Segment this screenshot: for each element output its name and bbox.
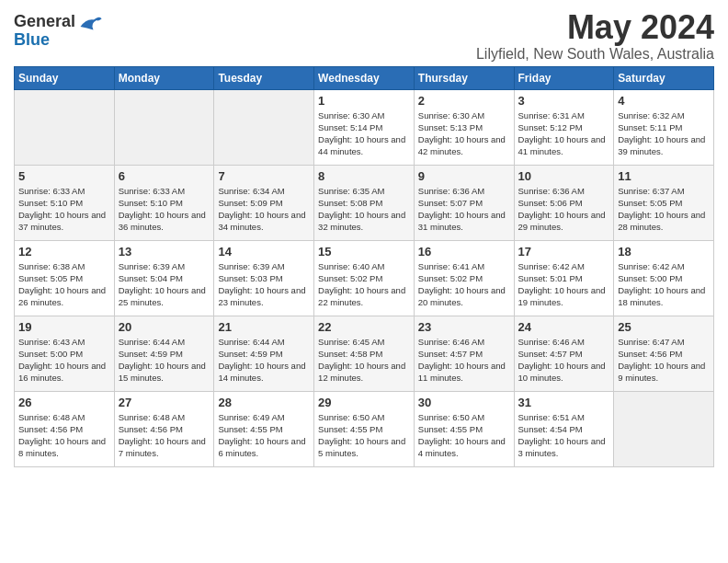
day-info: Sunrise: 6:34 AM Sunset: 5:09 PM Dayligh… (218, 185, 310, 234)
logo-general-text: General (14, 13, 75, 31)
day-cell: 2Sunrise: 6:30 AM Sunset: 5:13 PM Daylig… (414, 89, 514, 165)
day-cell: 25Sunrise: 6:47 AM Sunset: 4:56 PM Dayli… (614, 316, 714, 391)
day-info: Sunrise: 6:47 AM Sunset: 4:56 PM Dayligh… (618, 336, 710, 385)
day-cell: 26Sunrise: 6:48 AM Sunset: 4:56 PM Dayli… (15, 391, 115, 466)
logo-blue-text: Blue (14, 31, 75, 50)
day-number: 7 (218, 169, 310, 183)
day-cell: 31Sunrise: 6:51 AM Sunset: 4:54 PM Dayli… (514, 391, 614, 466)
day-cell: 19Sunrise: 6:43 AM Sunset: 5:00 PM Dayli… (15, 316, 115, 391)
day-number: 28 (218, 396, 310, 409)
day-info: Sunrise: 6:30 AM Sunset: 5:14 PM Dayligh… (318, 109, 410, 158)
day-cell (114, 89, 214, 165)
day-number: 31 (518, 396, 610, 409)
day-info: Sunrise: 6:48 AM Sunset: 4:56 PM Dayligh… (119, 411, 210, 460)
day-info: Sunrise: 6:33 AM Sunset: 5:10 PM Dayligh… (119, 185, 210, 234)
day-number: 2 (418, 94, 510, 108)
day-number: 25 (618, 320, 710, 334)
day-cell: 17Sunrise: 6:42 AM Sunset: 5:01 PM Dayli… (514, 240, 614, 316)
day-info: Sunrise: 6:44 AM Sunset: 4:59 PM Dayligh… (119, 336, 210, 385)
day-cell: 27Sunrise: 6:48 AM Sunset: 4:56 PM Dayli… (114, 391, 214, 466)
day-info: Sunrise: 6:30 AM Sunset: 5:13 PM Dayligh… (418, 109, 510, 158)
day-number: 11 (618, 169, 710, 183)
header-cell-sunday: Sunday (15, 66, 115, 89)
calendar-header: SundayMondayTuesdayWednesdayThursdayFrid… (15, 66, 714, 89)
header-cell-tuesday: Tuesday (214, 66, 314, 89)
page-header: General Blue May 2024 Lilyfield, New Sou… (14, 9, 714, 63)
day-number: 10 (518, 169, 610, 183)
day-info: Sunrise: 6:49 AM Sunset: 4:55 PM Dayligh… (218, 411, 310, 460)
day-number: 8 (318, 169, 410, 183)
day-info: Sunrise: 6:36 AM Sunset: 5:07 PM Dayligh… (418, 185, 510, 234)
logo: General Blue (14, 13, 103, 50)
header-row: SundayMondayTuesdayWednesdayThursdayFrid… (15, 66, 714, 89)
day-cell: 30Sunrise: 6:50 AM Sunset: 4:55 PM Dayli… (414, 391, 514, 466)
day-number: 16 (418, 245, 510, 259)
week-row-2: 5Sunrise: 6:33 AM Sunset: 5:10 PM Daylig… (15, 165, 714, 240)
day-cell (614, 391, 714, 466)
week-row-3: 12Sunrise: 6:38 AM Sunset: 5:05 PM Dayli… (15, 240, 714, 316)
logo-bird-icon (77, 14, 103, 40)
day-info: Sunrise: 6:31 AM Sunset: 5:12 PM Dayligh… (518, 109, 610, 158)
day-number: 21 (218, 320, 310, 334)
week-row-4: 19Sunrise: 6:43 AM Sunset: 5:00 PM Dayli… (15, 316, 714, 391)
day-info: Sunrise: 6:41 AM Sunset: 5:02 PM Dayligh… (418, 260, 510, 309)
day-info: Sunrise: 6:39 AM Sunset: 5:04 PM Dayligh… (119, 260, 210, 309)
day-cell: 15Sunrise: 6:40 AM Sunset: 5:02 PM Dayli… (314, 240, 415, 316)
day-cell: 24Sunrise: 6:46 AM Sunset: 4:57 PM Dayli… (514, 316, 614, 391)
day-number: 24 (518, 320, 610, 334)
day-cell: 3Sunrise: 6:31 AM Sunset: 5:12 PM Daylig… (514, 89, 614, 165)
day-cell: 29Sunrise: 6:50 AM Sunset: 4:55 PM Dayli… (314, 391, 415, 466)
day-cell: 14Sunrise: 6:39 AM Sunset: 5:03 PM Dayli… (214, 240, 314, 316)
day-info: Sunrise: 6:40 AM Sunset: 5:02 PM Dayligh… (318, 260, 410, 309)
calendar-table: SundayMondayTuesdayWednesdayThursdayFrid… (14, 66, 714, 467)
day-info: Sunrise: 6:46 AM Sunset: 4:57 PM Dayligh… (518, 336, 610, 385)
day-number: 9 (418, 169, 510, 183)
location-text: Lilyfield, New South Wales, Australia (476, 46, 714, 63)
header-cell-saturday: Saturday (614, 66, 714, 89)
day-info: Sunrise: 6:44 AM Sunset: 4:59 PM Dayligh… (218, 336, 310, 385)
day-info: Sunrise: 6:50 AM Sunset: 4:55 PM Dayligh… (318, 411, 410, 460)
week-row-5: 26Sunrise: 6:48 AM Sunset: 4:56 PM Dayli… (15, 391, 714, 466)
day-number: 29 (318, 396, 410, 409)
day-cell: 13Sunrise: 6:39 AM Sunset: 5:04 PM Dayli… (114, 240, 214, 316)
day-number: 13 (119, 245, 210, 259)
day-info: Sunrise: 6:32 AM Sunset: 5:11 PM Dayligh… (618, 109, 710, 158)
day-cell: 28Sunrise: 6:49 AM Sunset: 4:55 PM Dayli… (214, 391, 314, 466)
day-number: 15 (318, 245, 410, 259)
day-cell: 22Sunrise: 6:45 AM Sunset: 4:58 PM Dayli… (314, 316, 415, 391)
day-cell: 23Sunrise: 6:46 AM Sunset: 4:57 PM Dayli… (414, 316, 514, 391)
day-number: 5 (18, 169, 110, 183)
day-cell: 6Sunrise: 6:33 AM Sunset: 5:10 PM Daylig… (114, 165, 214, 240)
day-number: 12 (18, 245, 110, 259)
day-info: Sunrise: 6:50 AM Sunset: 4:55 PM Dayligh… (418, 411, 510, 460)
day-info: Sunrise: 6:43 AM Sunset: 5:00 PM Dayligh… (18, 336, 110, 385)
day-info: Sunrise: 6:45 AM Sunset: 4:58 PM Dayligh… (318, 336, 410, 385)
day-number: 4 (618, 94, 710, 108)
title-block: May 2024 Lilyfield, New South Wales, Aus… (476, 9, 714, 63)
day-number: 27 (119, 396, 210, 409)
day-number: 3 (518, 94, 610, 108)
day-cell: 20Sunrise: 6:44 AM Sunset: 4:59 PM Dayli… (114, 316, 214, 391)
day-cell: 11Sunrise: 6:37 AM Sunset: 5:05 PM Dayli… (614, 165, 714, 240)
day-cell: 12Sunrise: 6:38 AM Sunset: 5:05 PM Dayli… (15, 240, 115, 316)
day-cell: 9Sunrise: 6:36 AM Sunset: 5:07 PM Daylig… (414, 165, 514, 240)
header-cell-friday: Friday (514, 66, 614, 89)
day-info: Sunrise: 6:37 AM Sunset: 5:05 PM Dayligh… (618, 185, 710, 234)
day-number: 1 (318, 94, 410, 108)
day-info: Sunrise: 6:46 AM Sunset: 4:57 PM Dayligh… (418, 336, 510, 385)
month-title: May 2024 (476, 9, 714, 46)
day-cell: 18Sunrise: 6:42 AM Sunset: 5:00 PM Dayli… (614, 240, 714, 316)
day-cell: 10Sunrise: 6:36 AM Sunset: 5:06 PM Dayli… (514, 165, 614, 240)
week-row-1: 1Sunrise: 6:30 AM Sunset: 5:14 PM Daylig… (15, 89, 714, 165)
day-cell: 5Sunrise: 6:33 AM Sunset: 5:10 PM Daylig… (15, 165, 115, 240)
day-number: 14 (218, 245, 310, 259)
day-number: 6 (119, 169, 210, 183)
day-number: 19 (18, 320, 110, 334)
day-cell (15, 89, 115, 165)
header-cell-wednesday: Wednesday (314, 66, 415, 89)
day-number: 17 (518, 245, 610, 259)
header-cell-thursday: Thursday (414, 66, 514, 89)
day-number: 26 (18, 396, 110, 409)
day-info: Sunrise: 6:39 AM Sunset: 5:03 PM Dayligh… (218, 260, 310, 309)
day-info: Sunrise: 6:42 AM Sunset: 5:01 PM Dayligh… (518, 260, 610, 309)
